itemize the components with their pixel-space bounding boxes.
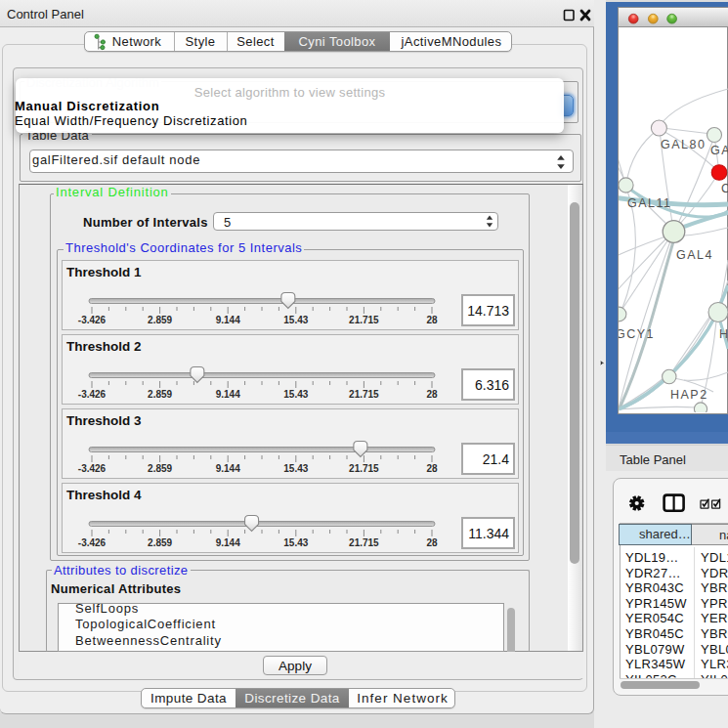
- svg-text:15.43: 15.43: [283, 463, 308, 474]
- svg-text:-3.426: -3.426: [78, 389, 107, 400]
- svg-text:28: 28: [426, 389, 438, 400]
- svg-text:GA: GA: [710, 144, 728, 157]
- svg-text:-3.426: -3.426: [78, 315, 107, 325]
- svg-text:21.715: 21.715: [349, 537, 379, 548]
- svg-text:-3.426: -3.426: [78, 463, 107, 474]
- svg-text:9.144: 9.144: [216, 315, 240, 325]
- svg-text:-3.426: -3.426: [78, 537, 107, 548]
- svg-text:15.43: 15.43: [283, 537, 308, 548]
- svg-text:H: H: [719, 327, 728, 341]
- svg-text:21.715: 21.715: [349, 389, 379, 400]
- svg-text:2.859: 2.859: [148, 537, 172, 548]
- svg-text:28: 28: [426, 463, 438, 474]
- svg-text:GAL80: GAL80: [661, 138, 706, 151]
- svg-text:2.859: 2.859: [148, 463, 172, 474]
- svg-text:28: 28: [426, 537, 438, 548]
- svg-text:GAL11: GAL11: [627, 196, 672, 210]
- svg-text:2.859: 2.859: [148, 389, 172, 400]
- svg-text:GAL4: GAL4: [676, 248, 713, 262]
- svg-text:C: C: [721, 182, 728, 195]
- svg-text:21.715: 21.715: [349, 463, 379, 474]
- svg-text:9.144: 9.144: [216, 389, 240, 400]
- svg-text:9.144: 9.144: [216, 537, 240, 548]
- svg-text:9.144: 9.144: [216, 463, 240, 474]
- svg-text:15.43: 15.43: [283, 389, 308, 400]
- svg-text:21.715: 21.715: [349, 315, 379, 325]
- svg-text:HAP2: HAP2: [670, 388, 708, 402]
- svg-text:GCY1: GCY1: [619, 327, 655, 341]
- svg-text:15.43: 15.43: [283, 315, 308, 325]
- svg-text:28: 28: [426, 315, 438, 325]
- svg-text:2.859: 2.859: [148, 315, 172, 325]
